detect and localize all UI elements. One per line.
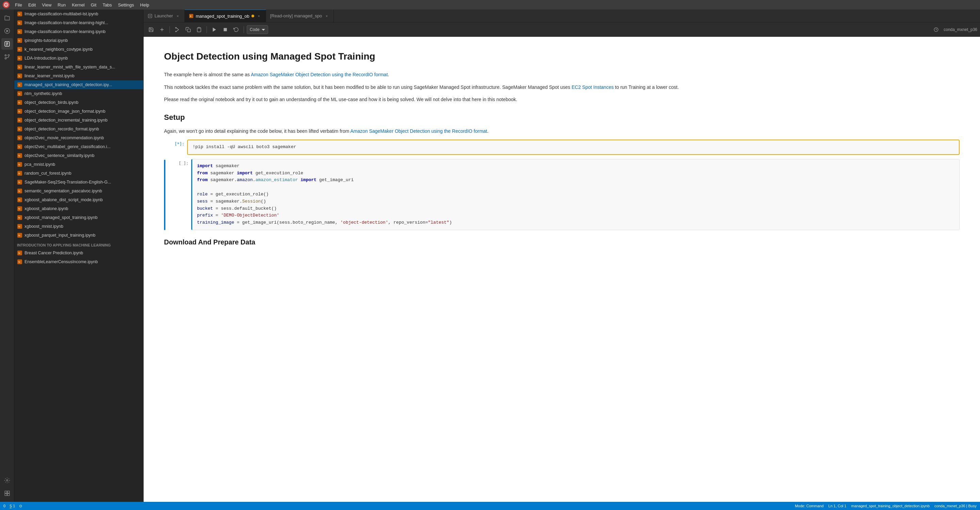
file-item-8[interactable]: N managed_spot_training_object_detection… [14, 80, 143, 89]
status-filename: managed_spot_training_object_detection.i… [851, 504, 930, 508]
file-item-16[interactable]: N object2vec_sentence_similarity.ipynb [14, 151, 143, 160]
svg-rect-10 [7, 491, 9, 493]
cell-active-border [164, 160, 165, 230]
activity-notebook-icon[interactable] [2, 38, 13, 50]
file-item-13[interactable]: N object_detection_recordio_format.ipynb [14, 124, 143, 134]
restart-button[interactable] [231, 25, 241, 34]
file-item-23[interactable]: N xgboost_managed_spot_training.ipynb [14, 213, 143, 222]
file-item-7[interactable]: N linear_learner_mnist.ipynb [14, 72, 143, 80]
activity-settings-icon[interactable] [2, 475, 13, 486]
setup-heading: Setup [164, 113, 959, 122]
svg-text:N: N [18, 208, 20, 210]
tab-launcher-close[interactable]: × [175, 13, 180, 19]
tab-launcher[interactable]: Launcher × [143, 10, 185, 22]
file-item-15[interactable]: N object2vec_multilabel_genre_classifica… [14, 142, 143, 151]
svg-text:N: N [18, 172, 20, 175]
activity-files-icon[interactable] [2, 12, 13, 24]
svg-point-73 [176, 27, 177, 28]
svg-text:N: N [18, 57, 20, 60]
file-item-22[interactable]: N xgboost_abalone.ipynb [14, 204, 143, 213]
notebook-icon: N [17, 91, 22, 96]
menu-git[interactable]: Git [88, 2, 99, 8]
intro-file-0[interactable]: N Breast Cancer Prediction.ipynb [14, 249, 143, 257]
code-cell-2-content[interactable]: import sagemaker from sagemaker import g… [192, 159, 959, 230]
menu-tabs[interactable]: Tabs [100, 2, 115, 8]
tab-managed-spot[interactable]: N managed_spot_training_ob × [185, 10, 266, 22]
str-latest: "latest" [428, 220, 449, 225]
activity-running-icon[interactable] [2, 25, 13, 37]
recordio-link-2[interactable]: Amazon SageMaker Object Detection using … [350, 128, 487, 134]
file-name: LDA-Introduction.ipynb [24, 56, 68, 61]
file-item-12[interactable]: N object_detection_incremental_training.… [14, 116, 143, 124]
file-item-25[interactable]: N xgboost_parquet_input_training.ipynb [14, 231, 143, 240]
file-item-3[interactable]: N ipinsights-tutorial.ipynb [14, 36, 143, 45]
notebook-icon: N [17, 29, 22, 34]
file-item-19[interactable]: N SageMaker-Seq2Seq-Translation-English-… [14, 178, 143, 186]
code-cell-1[interactable]: !pip install -qU awscli boto3 sagemaker [187, 140, 959, 155]
svg-text:N: N [18, 199, 20, 201]
code-cell-1-container: [*]: !pip install -qU awscli boto3 sagem… [164, 140, 959, 155]
run-button[interactable] [210, 25, 219, 34]
tab-readonly-close[interactable]: × [324, 13, 329, 19]
ec2-spot-link[interactable]: EC2 Spot Instances [572, 84, 614, 90]
notebook-icon: N [17, 108, 22, 114]
menu-file[interactable]: File [12, 2, 25, 8]
notebook-icon: N [17, 20, 22, 26]
activity-extensions-icon[interactable] [2, 488, 13, 499]
paste-button[interactable] [194, 25, 204, 34]
copy-button[interactable] [183, 25, 193, 34]
save-button[interactable] [146, 25, 156, 34]
status-branch[interactable]: 0 [3, 504, 5, 508]
svg-text:N: N [18, 225, 20, 228]
file-item-20[interactable]: N semantic_segmentation_pascalvoc.ipynb [14, 186, 143, 195]
cut-button[interactable] [172, 25, 182, 34]
file-item-11[interactable]: N object_detection_image_json_format.ipy… [14, 107, 143, 116]
cell-2-number: [ ]: [168, 159, 189, 166]
clock-button[interactable] [931, 25, 941, 34]
file-item-6[interactable]: N linear_learner_mnist_with_file_system_… [14, 63, 143, 72]
status-encoding[interactable]: ⊙ [19, 504, 22, 508]
file-item-5[interactable]: N LDA-Introduction.ipynb [14, 54, 143, 63]
file-item-9[interactable]: N ntm_synthetic.ipynb [14, 89, 143, 98]
status-errors[interactable]: S̲ 1 [10, 504, 15, 508]
file-item-14[interactable]: N object2vec_movie_recommendation.ipynb [14, 134, 143, 142]
intro-para-2: This notebook tackles the exact same pro… [164, 83, 959, 91]
app-layout: N Image-classification-multilabel-lst.ip… [0, 10, 980, 502]
code-cell-1-content[interactable]: !pip install -qU awscli boto3 sagemaker [188, 140, 959, 154]
menu-run[interactable]: Run [55, 2, 68, 8]
app-logo [3, 2, 10, 8]
menu-kernel[interactable]: Kernel [69, 2, 88, 8]
menu-help[interactable]: Help [137, 2, 152, 8]
activity-git-icon[interactable] [2, 51, 13, 63]
tab-bar: Launcher × N managed_spot_training_ob × … [143, 10, 980, 22]
menu-edit[interactable]: Edit [25, 2, 38, 8]
tab-managed-spot-close[interactable]: × [256, 13, 262, 19]
file-item-2[interactable]: N Image-classification-transfer-learning… [14, 27, 143, 36]
file-name: object_detection_recordio_format.ipynb [24, 127, 99, 131]
file-item-10[interactable]: N object_detection_birds.ipynb [14, 98, 143, 107]
toolbar-sep-3 [243, 26, 244, 33]
file-item-0[interactable]: N Image-classification-multilabel-lst.ip… [14, 10, 143, 18]
file-item-21[interactable]: N xgboost_abalone_dist_script_mode.ipynb [14, 195, 143, 204]
intro-para-1: The example here is almost the same as A… [164, 71, 959, 78]
attr-prefix: prefix [197, 213, 213, 218]
code-cell-2[interactable]: import sagemaker from sagemaker import g… [191, 159, 959, 230]
file-item-17[interactable]: N pca_mnist.ipynb [14, 160, 143, 169]
file-item-1[interactable]: N Image-classification-transfer-learning… [14, 18, 143, 27]
file-name: Image-classification-multilabel-lst.ipyn… [24, 11, 98, 16]
file-item-24[interactable]: N xgboost_mnist.ipynb [14, 222, 143, 231]
str-od: 'object-detection' [340, 220, 388, 225]
file-item-18[interactable]: N random_cut_forest.ipynb [14, 169, 143, 178]
cell-type-dropdown[interactable]: Code [247, 25, 268, 34]
status-kernel[interactable]: conda_mxnet_p36 | Busy [934, 504, 977, 508]
stop-button[interactable] [221, 25, 230, 34]
intro-file-1[interactable]: N EnsembleLearnerCensusIncome.ipynb [14, 257, 143, 266]
menu-settings[interactable]: Settings [115, 2, 137, 8]
activity-bar [0, 10, 14, 502]
recordio-link[interactable]: Amazon SageMaker Object Detection using … [251, 72, 388, 77]
file-item-4[interactable]: N k_nearest_neighbors_covtype.ipynb [14, 45, 143, 54]
launcher-tab-icon [148, 14, 153, 18]
add-cell-button[interactable] [157, 25, 167, 34]
menu-view[interactable]: View [39, 2, 54, 8]
tab-readonly[interactable]: [Read-only] managed_spo × [266, 10, 334, 22]
